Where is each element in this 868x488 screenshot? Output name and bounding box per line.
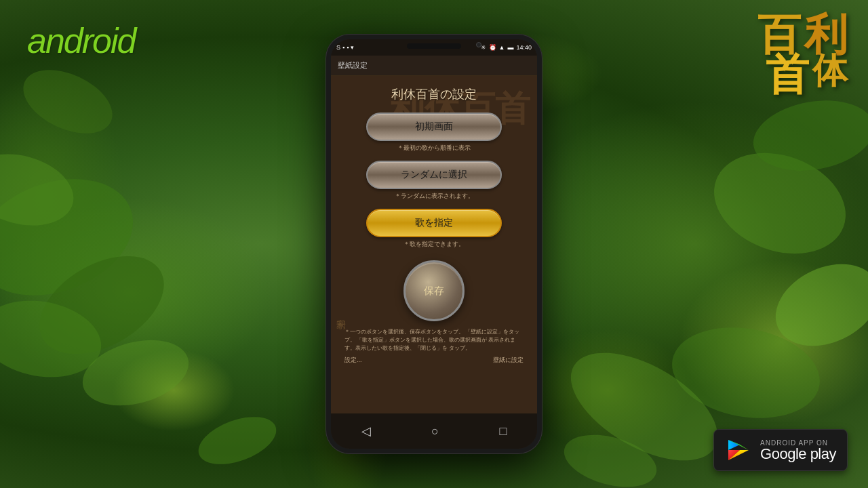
instructions-text: ＊一つのボタンを選択後、保存ボタンをタップ。 「壁紙に設定」をタップ。 「歌を指… [344,328,524,352]
screen-title: 利休百首の設定 [391,86,477,102]
status-signal-icon: ▲ [499,44,505,51]
jp-title: 百 利 首 体 [757,14,848,97]
status-battery-icon: ▬ [507,44,513,51]
google-play-badge[interactable]: ANDROID APP ON Google play [713,429,848,471]
button1-sub: ＊最初の歌から順番に表示 [397,144,471,152]
nav-home-button[interactable]: ○ [418,419,452,444]
settings-button[interactable]: 設定... [344,356,362,365]
phone-camera [476,42,481,47]
nav-back-button[interactable]: ◁ [348,418,384,444]
screen-content: 利休百首 千利家 利休百首の設定 初期画面 ＊最初の歌から順番に表示 ランダムに… [331,76,537,413]
svg-marker-13 [728,440,740,450]
phone-container: S ▪ ▪ ▾ ✳ ⏰ ▲ ▬ 14:40 壁紙設定 利休百首 [326,34,542,454]
app-bar: 壁紙設定 [331,56,537,76]
jp-char-2: 利 [804,14,848,57]
phone-notch [407,43,461,49]
status-icon-pin: ▾ [351,44,354,51]
status-icons-right: ✳ ⏰ ▲ ▬ 14:40 [481,44,532,51]
android-logo: android [27,20,135,61]
bottom-actions: 設定... 壁紙に設定 [344,356,524,365]
jp-char-4: 体 [812,54,848,97]
phone-screen: S ▪ ▪ ▾ ✳ ⏰ ▲ ▬ 14:40 壁紙設定 利休百首 [331,39,537,449]
jp-char-3: 首 [766,54,809,97]
save-button[interactable]: 保存 [403,260,465,321]
play-text-bottom: Google play [760,447,836,462]
nav-recents-button[interactable]: □ [486,419,520,444]
status-icon-wifi: ▪ [342,44,344,51]
status-icon-img: ▪ [347,44,349,51]
set-wallpaper-button[interactable]: 壁紙に設定 [493,356,524,365]
button3-sub: ＊歌を指定できます。 [403,240,465,249]
status-icon-s: S [336,44,340,51]
play-store-icon [725,436,752,464]
status-icons-left: S ▪ ▪ ▾ [336,44,354,51]
app-bar-title: 壁紙設定 [338,60,368,70]
nav-bar: ◁ ○ □ [331,413,537,449]
button-initial-screen[interactable]: 初期画面 [366,113,502,141]
status-time: 14:40 [516,44,532,51]
button-random[interactable]: ランダムに選択 [366,161,502,189]
button-specify-song[interactable]: 歌を指定 [366,209,502,237]
button2-sub: ＊ランダムに表示されます。 [395,192,474,201]
phone: S ▪ ▪ ▾ ✳ ⏰ ▲ ▬ 14:40 壁紙設定 利休百首 [326,34,542,454]
status-alarm-icon: ⏰ [489,44,496,51]
play-text: ANDROID APP ON Google play [760,439,836,462]
